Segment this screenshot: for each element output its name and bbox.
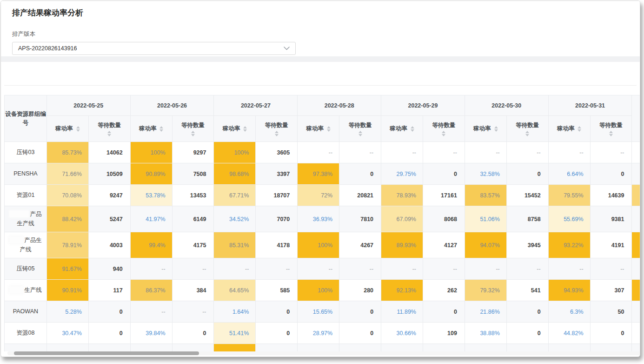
horizontal-scrollbar[interactable] — [7, 351, 640, 355]
overflow-cell — [632, 206, 640, 232]
utilization-rate-cell[interactable]: 32.58% — [465, 163, 506, 185]
utilization-rate-cell[interactable]: 28.97% — [298, 323, 339, 344]
utilization-rate-cell — [465, 344, 506, 351]
sort-button[interactable] — [275, 131, 279, 136]
utilization-rate-cell[interactable]: 21.86% — [465, 301, 506, 323]
utilization-rate-cell[interactable]: 30.47% — [46, 323, 88, 344]
sort-button[interactable] — [411, 126, 414, 132]
toolbar-space — [1, 62, 640, 85]
sort-button[interactable] — [159, 126, 163, 132]
utilization-rate-cell[interactable]: 83.57% — [465, 185, 506, 206]
utilization-rate-cell[interactable]: 79.32% — [465, 280, 506, 301]
sort-button[interactable] — [578, 126, 581, 132]
utilization-rate-cell[interactable]: 72% — [298, 185, 339, 206]
waiting-quantity-cell: 4267 — [339, 232, 381, 258]
col-header-date: 2022-05-26 — [130, 95, 214, 116]
caret-down-icon — [494, 129, 498, 132]
scrollbar-thumb[interactable] — [14, 351, 199, 355]
utilization-rate-cell[interactable]: 51.06% — [465, 206, 506, 232]
overflow-cell — [632, 301, 640, 323]
utilization-rate-cell[interactable]: 100% — [298, 232, 339, 258]
utilization-rate-cell[interactable]: 97.38% — [298, 163, 339, 185]
utilization-rate-cell[interactable]: 15.65% — [298, 301, 339, 323]
col-header-wait: 等待数量 — [172, 116, 214, 142]
sort-button[interactable] — [525, 131, 529, 136]
utilization-rate-cell[interactable]: 64.65% — [214, 280, 256, 301]
utilization-rate-cell[interactable]: 98.68% — [214, 163, 256, 185]
sort-button[interactable] — [243, 126, 247, 132]
utilization-rate-cell[interactable]: 94.93% — [548, 280, 590, 301]
col-header-wait: 等待数量 — [339, 116, 381, 142]
utilization-rate-cell[interactable]: 89.93% — [381, 232, 423, 258]
resource-group-name: PAOWAN — [5, 301, 47, 323]
sort-button[interactable] — [494, 126, 498, 132]
utilization-rate-cell[interactable]: 53.78% — [130, 185, 172, 206]
utilization-rate-cell[interactable]: 6.3% — [548, 301, 590, 323]
sort-button[interactable] — [107, 131, 111, 136]
utilization-rate-cell[interactable]: 55.69% — [548, 206, 590, 232]
utilization-rate-cell[interactable]: 100% — [130, 142, 172, 163]
utilization-rate-cell[interactable]: 85.73% — [46, 142, 88, 163]
waiting-quantity-cell: 541 — [506, 280, 548, 301]
utilization-rate-cell[interactable]: 86.37% — [130, 280, 172, 301]
utilization-rate-cell[interactable]: 29.75% — [381, 163, 423, 185]
utilization-rate-cell[interactable]: 100% — [298, 280, 339, 301]
utilization-rate-cell[interactable]: 94.07% — [465, 232, 506, 258]
utilization-rate-cell[interactable]: 51.41% — [214, 323, 256, 344]
caret-up-icon — [107, 131, 111, 133]
sort-button[interactable] — [191, 131, 195, 136]
utilization-rate-cell[interactable]: 100% — [214, 142, 256, 163]
table-row: 资源0830.47%039.84%051.41%028.97%030.66%10… — [5, 323, 640, 344]
utilization-rate-cell[interactable]: 92.13% — [381, 280, 423, 301]
utilization-rate-cell[interactable]: 6.64% — [548, 163, 590, 185]
utilization-rate-cell[interactable]: 70.08% — [46, 185, 88, 206]
caret-up-icon — [191, 131, 195, 133]
utilization-rate-cell[interactable]: 78.91% — [46, 232, 88, 258]
col-header-rate: 稼动率 — [298, 116, 339, 142]
table-row: PAOWAN5.28%0----1.64%015.65%011.89%021.8… — [5, 301, 640, 323]
utilization-rate-cell[interactable]: 41.97% — [130, 206, 172, 232]
col-header-rate: 稼动率 — [130, 116, 172, 142]
sort-button[interactable] — [359, 131, 362, 136]
utilization-rate-cell[interactable]: 5.28% — [46, 301, 88, 323]
utilization-rate-cell[interactable]: 91.67% — [46, 258, 88, 280]
utilization-rate-cell[interactable]: 11.89% — [381, 301, 423, 323]
utilization-rate-cell[interactable]: 78.93% — [381, 185, 423, 206]
version-select[interactable]: APS-20220826143916 — [12, 42, 296, 55]
col-header-rate: 稼动率 — [214, 116, 256, 142]
waiting-quantity-cell: 7070 — [256, 206, 298, 232]
waiting-quantity-cell: 17161 — [423, 185, 465, 206]
caret-up-icon — [525, 131, 529, 133]
table-row: 压铸0591.67%940------------------------ — [5, 258, 640, 280]
col-header-overflow — [632, 95, 640, 142]
sort-button[interactable] — [609, 131, 613, 136]
utilization-rate-cell[interactable]: 39.84% — [130, 323, 172, 344]
utilization-rate-cell[interactable]: 67.09% — [381, 206, 423, 232]
utilization-rate-cell[interactable]: 79.55% — [548, 185, 590, 206]
utilization-rate-cell[interactable]: 36.93% — [298, 206, 339, 232]
sort-button[interactable] — [442, 131, 445, 136]
utilization-rate-cell[interactable]: 38.88% — [465, 323, 506, 344]
utilization-rate-cell[interactable]: 88.42% — [46, 206, 88, 232]
utilization-rate-cell[interactable]: 34.52% — [214, 206, 256, 232]
utilization-rate-cell[interactable]: 44.82% — [548, 323, 590, 344]
utilization-rate-cell[interactable]: 90.89% — [130, 163, 172, 185]
utilization-rate-cell[interactable]: 67.71% — [214, 185, 256, 206]
utilization-rate-cell[interactable]: 1.64% — [214, 301, 256, 323]
utilization-rate-cell[interactable]: 99.4% — [130, 232, 172, 258]
col-header-wait: 等待数量 — [590, 116, 632, 142]
waiting-quantity-cell: 4175 — [172, 232, 214, 258]
utilization-rate-cell[interactable]: 71.66% — [46, 163, 88, 185]
waiting-quantity-cell: 7508 — [172, 163, 214, 185]
utilization-rate-cell — [214, 344, 256, 351]
caret-up-icon — [578, 126, 581, 128]
col-header-wait: 等待数量 — [423, 116, 465, 142]
utilization-rate-cell[interactable]: 85.31% — [214, 232, 256, 258]
utilization-rate-cell[interactable]: 93.22% — [548, 232, 590, 258]
col-header-wait: 等待数量 — [506, 116, 548, 142]
utilization-rate-cell[interactable]: 30.66% — [381, 323, 423, 344]
sort-button[interactable] — [76, 126, 80, 132]
sort-button[interactable] — [327, 126, 331, 132]
waiting-quantity-cell — [506, 344, 548, 351]
utilization-rate-cell[interactable]: 90.91% — [46, 280, 88, 301]
